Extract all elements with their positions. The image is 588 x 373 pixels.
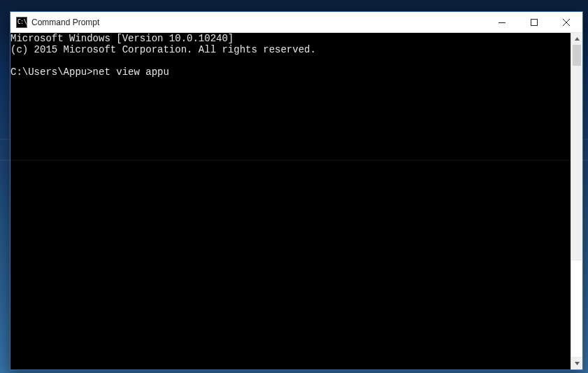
terminal-line: C:\Users\Appu>net view appu [10, 66, 571, 78]
window-client-area: Microsoft Windows [Version 10.0.10240](c… [10, 33, 582, 370]
terminal-line [10, 55, 571, 66]
svg-rect-0 [499, 22, 505, 23]
titlebar[interactable]: Command Prompt [10, 12, 582, 33]
scroll-up-button[interactable] [571, 33, 582, 45]
close-button[interactable] [550, 12, 582, 33]
svg-marker-5 [575, 362, 580, 365]
scrollbar-gap [571, 260, 582, 358]
minimize-icon [499, 19, 505, 26]
window-title: Command Prompt [31, 17, 99, 27]
minimize-button[interactable] [486, 12, 518, 33]
maximize-button[interactable] [518, 12, 550, 33]
terminal-output: Microsoft Windows [Version 10.0.10240](c… [10, 33, 571, 78]
terminal-line: Microsoft Windows [Version 10.0.10240] [10, 33, 571, 44]
chevron-down-icon [574, 360, 580, 367]
svg-rect-1 [531, 19, 538, 25]
scrollbar-track[interactable] [571, 45, 582, 260]
terminal-line: (c) 2015 Microsoft Corporation. All righ… [10, 44, 571, 55]
svg-marker-4 [575, 37, 580, 41]
scrollbar-thumb[interactable] [573, 45, 581, 66]
scroll-down-button[interactable] [571, 358, 582, 370]
terminal-area[interactable]: Microsoft Windows [Version 10.0.10240](c… [10, 33, 571, 370]
command-prompt-window: Command Prompt Microsoft Windows [Versio… [10, 11, 583, 370]
maximize-icon [531, 19, 538, 26]
vertical-scrollbar[interactable] [571, 33, 582, 370]
chevron-up-icon [574, 36, 580, 42]
command-prompt-icon [16, 17, 27, 28]
close-icon [563, 19, 570, 26]
